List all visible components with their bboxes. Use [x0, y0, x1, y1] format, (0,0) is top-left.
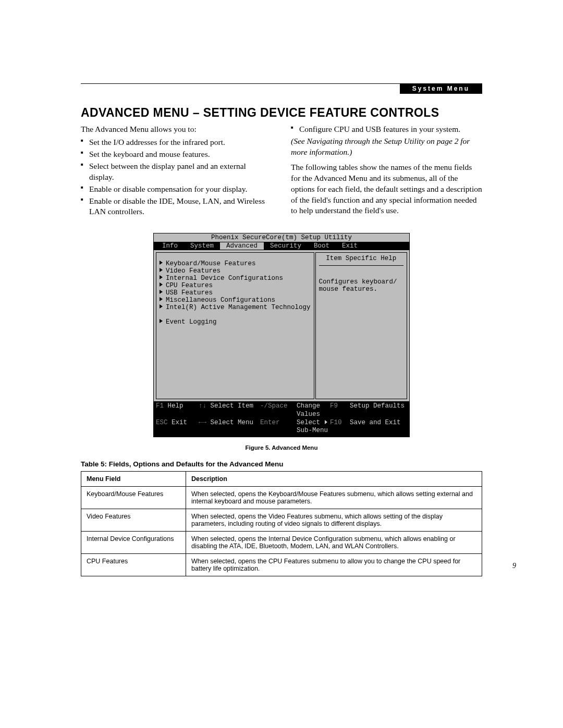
bios-help-text: Configures keyboard/ mouse features. — [319, 278, 403, 293]
bios-tab-advanced[interactable]: Advanced — [220, 242, 264, 250]
key-action: Select Item — [211, 402, 254, 410]
triangle-icon — [325, 420, 327, 424]
key-action: Change Values — [297, 402, 330, 418]
list-item: Enable or disable the IDE, Mouse, LAN, a… — [81, 196, 272, 218]
key-action: Help — [168, 402, 183, 410]
table-caption: Table 5: Fields, Options and Defaults fo… — [81, 460, 482, 468]
cell-menu-field: Keyboard/Mouse Features — [81, 486, 186, 509]
bios-help-pane: Item Specific Help Configures keyboard/ … — [315, 252, 407, 399]
bios-help-title: Item Specific Help — [319, 255, 403, 266]
right-column: Configure CPU and USB features in your s… — [291, 124, 482, 218]
cross-reference: (See Navigating through the Setup Utilit… — [291, 136, 482, 158]
cell-menu-field: Internal Device Configurations — [81, 531, 186, 553]
triangle-icon — [160, 319, 163, 323]
left-column: The Advanced Menu allows you to: Set the… — [81, 124, 272, 218]
cell-menu-field: Video Features — [81, 509, 186, 531]
triangle-icon — [160, 282, 163, 287]
section-title: ADVANCED MENU – SETTING DEVICE FEATURE C… — [81, 106, 482, 120]
bios-menu-item[interactable]: Keyboard/Mouse Features — [160, 260, 311, 267]
header-tag: System Menu — [400, 83, 482, 94]
key-hint: F9 — [330, 402, 350, 418]
cell-description: When selected, opens the Video Features … — [186, 509, 482, 531]
bios-title-bar: Phoenix SecureCore(tm) Setup Utility — [154, 233, 409, 242]
table-row: Video Features When selected, opens the … — [81, 509, 482, 531]
right-paragraph: The following tables show the names of t… — [291, 162, 482, 217]
bios-tab-security[interactable]: Security — [264, 242, 308, 250]
key-hint: ←→ — [199, 419, 206, 426]
bios-screenshot: Phoenix SecureCore(tm) Setup Utility Inf… — [153, 233, 410, 437]
bios-tab-exit[interactable]: Exit — [336, 242, 364, 250]
bios-menu-item[interactable]: Internal Device Configurations — [160, 275, 311, 282]
bios-tab-info[interactable]: Info — [156, 242, 184, 250]
key-action: Select Sub-Menu — [297, 419, 330, 435]
table-row: Keyboard/Mouse Features When selected, o… — [81, 486, 482, 509]
list-item: Enable or disable compensation for your … — [81, 184, 272, 195]
cell-menu-field: CPU Features — [81, 553, 186, 576]
list-item: Select between the display panel and an … — [81, 161, 272, 183]
bios-menu-list: Keyboard/Mouse Features Video Features I… — [156, 252, 314, 399]
key-hint: F10 — [330, 419, 350, 435]
header-rule: System Menu — [81, 83, 482, 84]
key-hint: ESC — [156, 419, 168, 426]
cell-description: When selected, opens the Keyboard/Mouse … — [186, 486, 482, 509]
key-action: Save and Exit — [350, 419, 407, 435]
fields-table: Menu Field Description Keyboard/Mouse Fe… — [81, 471, 482, 576]
key-hint: ↑↓ — [199, 402, 206, 410]
intro-text: The Advanced Menu allows you to: — [81, 124, 272, 135]
col-header-description: Description — [186, 471, 482, 486]
key-hint: Enter — [260, 419, 297, 435]
list-item: Configure CPU and USB features in your s… — [291, 124, 482, 135]
bios-footer: F1 Help ↑↓ Select Item -/Space Change Va… — [154, 401, 409, 437]
key-action: Exit — [172, 419, 187, 426]
table-row: Internal Device Configurations When sele… — [81, 531, 482, 553]
key-action: Setup Defaults — [350, 402, 407, 418]
triangle-icon — [160, 261, 163, 265]
bios-menu-item[interactable]: Event Logging — [160, 318, 311, 326]
triangle-icon — [160, 304, 163, 309]
bios-tab-bar: Info System Advanced Security Boot Exit — [154, 242, 409, 250]
bios-tab-system[interactable]: System — [184, 242, 220, 250]
triangle-icon — [160, 275, 163, 279]
key-hint: F1 — [156, 402, 164, 410]
cell-description: When selected, opens the CPU Features su… — [186, 553, 482, 576]
key-hint: -/Space — [260, 402, 297, 418]
table-row: CPU Features When selected, opens the CP… — [81, 553, 482, 576]
bios-menu-item[interactable]: Video Features — [160, 267, 311, 275]
triangle-icon — [160, 297, 163, 301]
triangle-icon — [160, 290, 163, 294]
bios-menu-item[interactable]: Miscellaneous Configurations — [160, 297, 311, 304]
list-item: Set the I/O addresses for the infrared p… — [81, 137, 272, 148]
bios-menu-spacer — [160, 311, 311, 318]
triangle-icon — [160, 268, 163, 272]
figure-caption: Figure 5. Advanced Menu — [81, 445, 482, 451]
bios-menu-item[interactable]: CPU Features — [160, 282, 311, 289]
bios-menu-item[interactable]: Intel(R) Active Management Technology — [160, 304, 311, 311]
col-header-menu-field: Menu Field — [81, 471, 186, 486]
page-number: 9 — [512, 562, 516, 570]
cell-description: When selected, opens the Internal Device… — [186, 531, 482, 553]
key-action: Select Menu — [211, 419, 254, 426]
bios-menu-item[interactable]: USB Features — [160, 289, 311, 297]
bios-tab-boot[interactable]: Boot — [308, 242, 336, 250]
list-item: Set the keyboard and mouse features. — [81, 149, 272, 160]
left-bullet-list: Set the I/O addresses for the infrared p… — [81, 137, 272, 217]
